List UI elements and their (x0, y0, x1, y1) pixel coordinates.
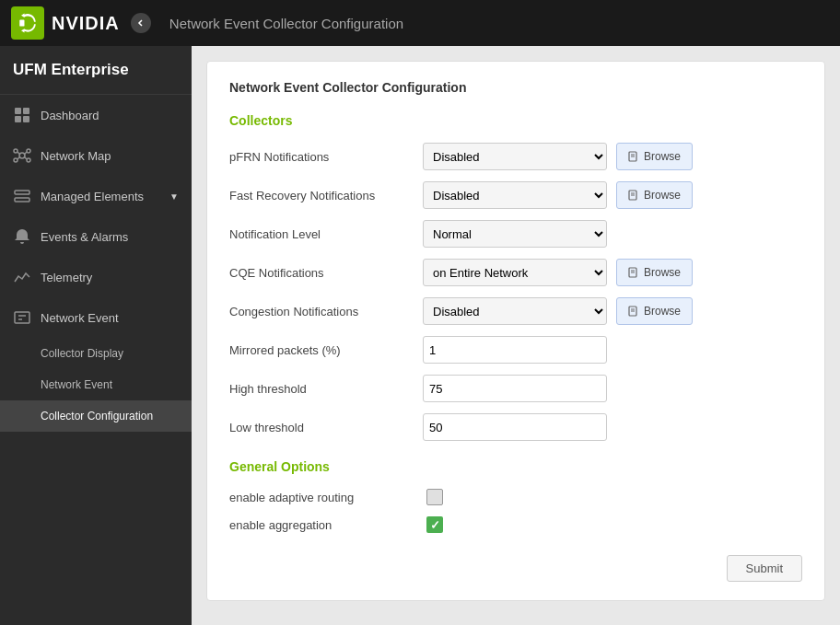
svg-rect-1 (15, 108, 21, 114)
svg-line-10 (18, 152, 20, 155)
logo-area: NVIDIA (11, 6, 151, 40)
aggregation-checkbox[interactable] (426, 516, 443, 533)
mirrored-packets-row: Mirrored packets (%) (229, 336, 802, 364)
svg-line-11 (24, 152, 27, 155)
fast-recovery-select[interactable]: Disabled Enabled (423, 181, 607, 209)
svg-point-8 (14, 158, 18, 162)
submit-row: Submit (229, 555, 802, 582)
pfrn-browse-button[interactable]: Browse (616, 143, 693, 170)
submit-button[interactable]: Submit (727, 555, 802, 582)
svg-rect-2 (23, 108, 29, 114)
file-icon (628, 190, 639, 201)
sidebar-item-label: Dashboard (41, 109, 99, 122)
network-map-icon (13, 146, 31, 165)
mirrored-packets-label: Mirrored packets (%) (229, 343, 414, 357)
congestion-select[interactable]: Disabled Enabled (423, 297, 607, 325)
chevron-down-icon: ▼ (169, 191, 179, 202)
aggregation-label: enable aggregation (229, 518, 414, 532)
nvidia-logo-icon (15, 10, 41, 36)
network-event-icon (13, 308, 31, 327)
svg-point-7 (27, 149, 30, 153)
sidebar-item-network-event[interactable]: Network Event (0, 297, 192, 338)
file-icon (628, 267, 639, 278)
svg-rect-15 (15, 198, 29, 202)
high-threshold-row: High threshold (229, 375, 802, 402)
file-icon (628, 151, 639, 162)
low-threshold-label: Low threshold (229, 421, 414, 434)
low-threshold-row: Low threshold (229, 413, 802, 441)
managed-elements-icon (13, 187, 31, 205)
adaptive-routing-label: enable adaptive routing (229, 491, 414, 504)
notification-level-row: Notification Level Normal High Low (229, 220, 802, 248)
main-layout: UFM Enterprise Dashboard Network Map Man… (0, 46, 840, 625)
page-title: Network Event Collector Configuration (169, 16, 403, 31)
sidebar-item-label: Managed Elements (41, 190, 144, 203)
sidebar-item-telemetry[interactable]: Telemetry (0, 257, 192, 297)
card-title: Network Event Collector Configuration (229, 80, 802, 95)
dashboard-icon (13, 106, 31, 124)
sidebar-item-managed-elements[interactable]: Managed Elements ▼ (0, 176, 192, 216)
sidebar-item-collector-display[interactable]: Collector Display (0, 338, 192, 369)
svg-rect-3 (15, 116, 21, 122)
sidebar-item-label: Telemetry (41, 271, 92, 284)
sidebar: UFM Enterprise Dashboard Network Map Man… (0, 46, 192, 625)
sidebar-item-network-event-2[interactable]: Network Event (0, 369, 192, 400)
sidebar-item-collector-configuration[interactable]: Collector Configuration (0, 400, 192, 432)
svg-point-9 (27, 158, 30, 162)
cqe-label: CQE Notifications (229, 266, 414, 280)
svg-line-12 (18, 156, 20, 159)
content-area: Network Event Collector Configuration Co… (192, 46, 840, 625)
fast-recovery-browse-button[interactable]: Browse (616, 181, 693, 209)
sidebar-item-network-map[interactable]: Network Map (0, 135, 192, 176)
fast-recovery-label: Fast Recovery Notifications (229, 189, 414, 203)
svg-rect-16 (15, 312, 29, 323)
file-icon (628, 306, 639, 317)
adaptive-routing-checkbox[interactable] (426, 489, 443, 505)
cqe-browse-button[interactable]: Browse (616, 259, 693, 286)
telemetry-icon (13, 268, 31, 286)
low-threshold-input[interactable] (423, 413, 607, 441)
brand-name: NVIDIA (52, 13, 120, 34)
congestion-browse-button[interactable]: Browse (616, 297, 693, 325)
top-bar: NVIDIA Network Event Collector Configura… (0, 0, 840, 46)
congestion-label: Congestion Notifications (229, 305, 414, 318)
pfrn-label: pFRN Notifications (229, 150, 414, 164)
sidebar-item-events[interactable]: Events & Alarms (0, 216, 192, 257)
app-name: UFM Enterprise (0, 46, 192, 95)
svg-rect-14 (15, 191, 29, 194)
sidebar-item-label: Events & Alarms (41, 230, 128, 244)
sidebar-item-dashboard[interactable]: Dashboard (0, 95, 192, 135)
fast-recovery-row: Fast Recovery Notifications Disabled Ena… (229, 181, 802, 209)
config-card: Network Event Collector Configuration Co… (206, 61, 825, 601)
general-options-heading: General Options (229, 459, 802, 474)
pfrn-row: pFRN Notifications Disabled Enabled Brow… (229, 143, 802, 170)
sidebar-item-label: Network Map (41, 149, 111, 163)
congestion-row: Congestion Notifications Disabled Enable… (229, 297, 802, 325)
events-icon (13, 227, 31, 246)
svg-line-13 (24, 156, 27, 159)
collapse-sidebar-button[interactable] (131, 13, 151, 33)
cqe-select[interactable]: on Entire Network Disabled (423, 259, 607, 286)
adaptive-routing-row: enable adaptive routing (229, 489, 802, 505)
aggregation-row: enable aggregation (229, 516, 802, 533)
notification-level-label: Notification Level (229, 227, 414, 241)
sidebar-item-label: Network Event (41, 311, 119, 325)
high-threshold-label: High threshold (229, 382, 414, 396)
cqe-row: CQE Notifications on Entire Network Disa… (229, 259, 802, 286)
svg-rect-0 (19, 20, 24, 27)
nvidia-logo (11, 6, 44, 40)
pfrn-select[interactable]: Disabled Enabled (423, 143, 607, 170)
notification-level-select[interactable]: Normal High Low (423, 220, 607, 248)
mirrored-packets-input[interactable] (423, 336, 607, 364)
high-threshold-input[interactable] (423, 375, 607, 402)
svg-rect-4 (23, 116, 29, 122)
collectors-heading: Collectors (229, 113, 802, 128)
svg-point-6 (14, 149, 18, 153)
